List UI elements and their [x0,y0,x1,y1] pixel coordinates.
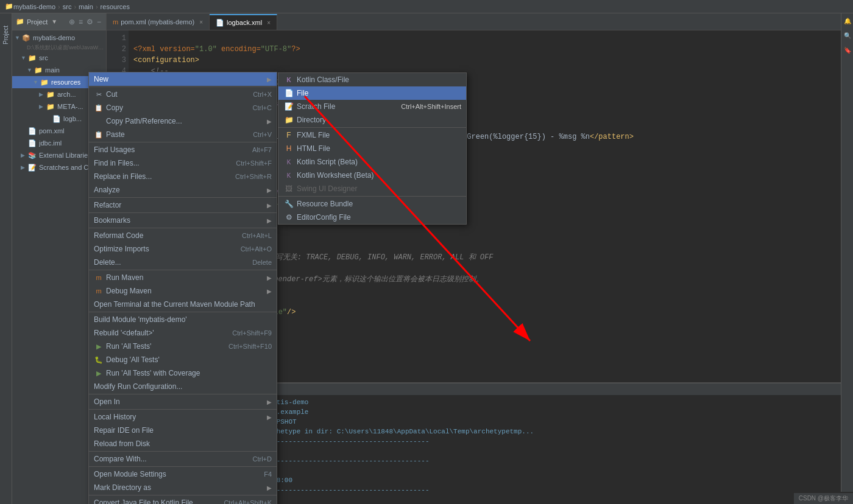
submenu-resource-bundle[interactable]: 🔧 Resource Bundle [278,197,466,211]
menu-item-module-settings[interactable]: Open Module Settings F4 [89,467,277,481]
menu-item-run-coverage[interactable]: ▶ Run 'All Tests' with Coverage [89,366,277,380]
mark-directory-arrow: ▶ [267,485,272,491]
icon-logback: 📄 [52,115,61,123]
tab-pom-xml[interactable]: m pom.xml (mybatis-demo) × [107,14,210,30]
root-path: D:\系统默认\桌面\web\JavaWeb\mybatis-demo [12,44,106,52]
menu-item-find-usages[interactable]: Find Usages Alt+F7 [89,143,277,156]
menu-sep-9 [89,409,277,410]
menu-item-compare[interactable]: Compare With... Ctrl+D [89,452,277,466]
right-icon-search[interactable]: 🔍 [843,30,852,40]
copy-icon: 📋 [94,103,104,113]
tree-item-src[interactable]: ▼ 📁 src [12,52,106,64]
copy-path-arrow: ▶ [267,118,272,125]
menu-item-run-tests[interactable]: ▶ Run 'All Tests' Ctrl+Shift+F10 [89,340,277,353]
label-jdbc: jdbc.iml [39,139,62,147]
menu-item-repair-ide[interactable]: Repair IDE on File [89,424,277,437]
menu-reload-label: Reload from Disk [94,439,272,448]
right-icon-notifications[interactable]: 🔔 [843,16,852,26]
arrow-root: ▼ [15,35,21,41]
submenu-kotlin-script[interactable]: K Kotlin Script (Beta) [278,155,466,169]
refactor-arrow: ▶ [267,202,272,209]
menu-find-usages-shortcut: Alt+F7 [252,146,272,153]
breadcrumb-part-2[interactable]: src [63,3,72,10]
menu-item-bookmarks[interactable]: Bookmarks ▶ [89,214,277,227]
menu-item-new[interactable]: New ▶ K Kotlin Class/File 📄 File 📝 Scrat… [89,72,277,86]
menu-item-replace[interactable]: Replace in Files... Ctrl+Shift+R [89,170,277,183]
panel-collapse-icon[interactable]: ≡ [77,16,84,27]
menu-item-cut[interactable]: ✂ Cut Ctrl+X [89,88,277,101]
menu-item-rebuild[interactable]: Rebuild '<default>' Ctrl+Shift+F9 [89,326,277,340]
menu-item-copy-path[interactable]: Copy Path/Reference... ▶ [89,114,277,128]
icon-external: 📚 [28,152,37,159]
menu-sep-11 [89,466,277,467]
menu-item-paste[interactable]: 📋 Paste Ctrl+V [89,128,277,141]
breadcrumb-part-4[interactable]: resources [101,3,130,10]
panel-minimize-icon[interactable]: − [96,16,102,27]
breadcrumb-part-3[interactable]: main [79,3,93,10]
icon-src: 📁 [28,54,37,62]
menu-item-open-terminal[interactable]: Open Terminal at the Current Maven Modul… [89,298,277,311]
menu-sep-7 [89,312,277,312]
menu-item-debug-tests[interactable]: 🐛 Debug 'All Tests' [89,353,277,366]
panel-dropdown-icon[interactable]: ▼ [51,18,57,25]
menu-item-refactor[interactable]: Refactor ▶ [89,198,277,212]
submenu-kotlin-worksheet[interactable]: K Kotlin Worksheet (Beta) [278,169,466,182]
menu-sep-4 [89,212,277,213]
swing-icon: 🖼 [283,183,294,194]
menu-item-open-in[interactable]: Open In ▶ [89,395,277,408]
menu-item-delete[interactable]: Delete... Delete [89,256,277,269]
icon-main: 📁 [34,66,43,74]
breadcrumb-part-1[interactable]: mybatis-demo [13,3,55,10]
submenu-directory[interactable]: 📁 Directory [278,113,466,127]
submenu-scratch-file[interactable]: 📝 Scratch File Ctrl+Alt+Shift+Insert [278,100,466,113]
menu-item-convert-kotlin[interactable]: Convert Java File to Kotlin File Ctrl+Al… [89,496,277,504]
menu-sep-1 [89,86,277,87]
menu-delete-label: Delete... [94,258,252,267]
tab-logback-xml[interactable]: 📄 logback.xml × [210,14,277,30]
menu-optimize-shortcut: Ctrl+Alt+O [241,245,272,253]
tab-pom-label: pom.xml (mybatis-demo) [121,18,194,26]
directory-icon: 📁 [283,114,294,125]
v-tab-project[interactable]: Project [0,13,12,56]
label-external: External Librarie... [39,152,93,159]
breadcrumb: 📁 mybatis-demo › src › main › resources [0,0,853,13]
menu-item-copy[interactable]: 📋 Copy Ctrl+C [89,101,277,114]
submenu-file[interactable]: 📄 File [278,86,466,100]
menu-item-optimize[interactable]: Optimize Imports Ctrl+Alt+O [89,242,277,256]
submenu-html[interactable]: H HTML File [278,142,466,155]
menu-local-history-label: Local History [94,413,267,421]
menu-item-reload[interactable]: Reload from Disk [89,437,277,450]
menu-item-build-module[interactable]: Build Module 'mybatis-demo' [89,313,277,326]
kotlin-class-icon: K [283,74,294,85]
submenu-editorconfig[interactable]: ⚙ EditorConfig File [278,211,466,224]
local-history-arrow: ▶ [267,414,272,421]
menu-find-usages-label: Find Usages [94,145,252,154]
menu-item-run-maven[interactable]: m Run Maven ▶ [89,271,277,284]
menu-item-mark-directory[interactable]: Mark Directory as ▶ [89,481,277,494]
menu-item-find-files[interactable]: Find in Files... Ctrl+Shift+F [89,156,277,170]
menu-item-local-history[interactable]: Local History ▶ [89,410,277,424]
menu-item-analyze[interactable]: Analyze ▶ [89,183,277,197]
submenu-fxml[interactable]: F FXML File [278,128,466,142]
submenu-kotlin-class-label: Kotlin Class/File [297,75,349,84]
resource-bundle-icon: 🔧 [283,198,294,209]
tab-pom-icon: m [113,18,118,26]
run-maven-arrow: ▶ [267,275,272,281]
tree-item-root[interactable]: ▼ 📦 mybatis-demo [12,32,106,44]
right-icon-bookmarks[interactable]: 🔖 [843,45,852,55]
menu-reformat-shortcut: Ctrl+Alt+L [242,232,272,239]
panel-target-icon[interactable]: ⊕ [68,16,76,27]
menu-reformat-label: Reformat Code [94,231,242,240]
menu-item-reformat[interactable]: Reformat Code Ctrl+Alt+L [89,229,277,242]
menu-compare-shortcut: Ctrl+D [253,455,272,463]
menu-item-debug-maven[interactable]: m Debug Maven ▶ [89,284,277,298]
menu-item-modify-run[interactable]: Modify Run Configuration... [89,380,277,393]
tab-logback-close[interactable]: × [267,19,271,26]
submenu-kotlin-class[interactable]: K Kotlin Class/File [278,73,466,86]
menu-paste-shortcut: Ctrl+V [253,131,272,138]
kotlin-worksheet-icon: K [283,170,294,181]
label-meta: META-... [57,103,83,110]
tab-pom-close[interactable]: × [199,19,203,26]
menu-run-tests-shortcut: Ctrl+Shift+F10 [228,343,272,350]
panel-settings-icon[interactable]: ⚙ [85,16,94,27]
